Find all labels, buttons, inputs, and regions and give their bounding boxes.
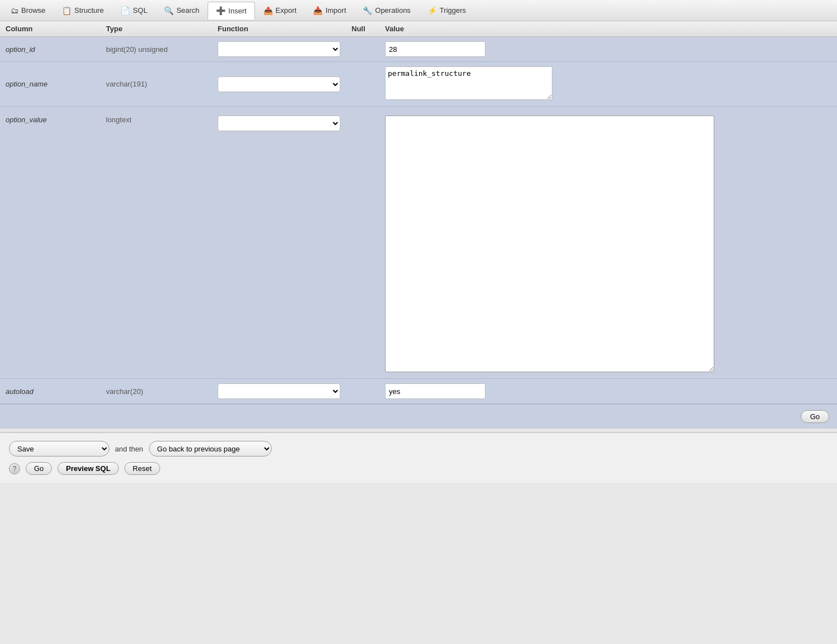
triggers-icon: ⚡ xyxy=(427,6,437,15)
row-option-value: option_value longtext xyxy=(0,107,837,379)
bottom-bar: Save Save and stay Save and add another … xyxy=(0,432,837,483)
structure-icon: 📋 xyxy=(62,6,71,15)
structure-label: Structure xyxy=(74,6,104,15)
tab-structure[interactable]: 📋Structure xyxy=(54,2,112,20)
col-option-name-name: option_name xyxy=(6,80,106,88)
sql-label: SQL xyxy=(133,6,147,15)
table-header: Column Type Function Null Value xyxy=(0,21,837,37)
autoload-function-select[interactable] xyxy=(218,383,340,399)
preview-sql-button[interactable]: Preview SQL xyxy=(57,462,118,475)
bottom-row2: ? Go Preview SQL Reset xyxy=(9,462,828,475)
tab-import[interactable]: 📥Import xyxy=(305,2,354,20)
col-option-value-value xyxy=(385,116,831,374)
option-id-function-select[interactable] xyxy=(218,41,340,57)
search-label: Search xyxy=(176,6,199,15)
col-option-value-function xyxy=(218,116,352,131)
col-header-value: Value xyxy=(385,25,831,33)
save-select[interactable]: Save Save and stay Save and add another xyxy=(9,441,109,456)
col-header-column: Column xyxy=(6,25,106,33)
col-autoload-type: varchar(20) xyxy=(106,387,218,396)
col-option-id-type: bigint(20) unsigned xyxy=(106,45,218,54)
help-icon[interactable]: ? xyxy=(9,463,20,474)
tab-sql[interactable]: 📄SQL xyxy=(112,2,156,20)
and-then-label: and then xyxy=(115,445,143,453)
option-value-function-select[interactable] xyxy=(218,116,340,131)
col-autoload-function xyxy=(218,383,352,399)
option-id-value-input[interactable] xyxy=(385,41,485,57)
sql-icon: 📄 xyxy=(121,6,130,15)
tab-bar: 🗂Browse📋Structure📄SQL🔍Search➕Insert📤Expo… xyxy=(0,0,837,21)
col-autoload-name: autoload xyxy=(6,387,106,396)
bottom-go-button[interactable]: Go xyxy=(26,462,52,475)
col-header-function: Function xyxy=(218,25,352,33)
tab-operations[interactable]: 🔧Operations xyxy=(354,2,419,20)
operations-icon: 🔧 xyxy=(363,6,372,15)
option-name-value-textarea[interactable]: permalink_structure xyxy=(385,66,552,100)
operations-label: Operations xyxy=(375,6,411,15)
col-option-value-name: option_value xyxy=(6,116,106,124)
import-label: Import xyxy=(325,6,346,15)
col-option-name-type: varchar(191) xyxy=(106,80,218,88)
export-label: Export xyxy=(276,6,297,15)
col-option-id-value xyxy=(385,41,831,57)
go-button[interactable]: Go xyxy=(801,410,829,423)
tab-export[interactable]: 📤Export xyxy=(255,2,305,20)
row-autoload: autoload varchar(20) xyxy=(0,379,837,404)
triggers-label: Triggers xyxy=(440,6,466,15)
tab-search[interactable]: 🔍Search xyxy=(156,2,208,20)
main-content: Column Type Function Null Value option_i… xyxy=(0,21,837,429)
col-autoload-value xyxy=(385,383,831,399)
col-option-id-function xyxy=(218,41,352,57)
col-option-id-name: option_id xyxy=(6,45,106,54)
reset-button[interactable]: Reset xyxy=(124,462,160,475)
tab-insert[interactable]: ➕Insert xyxy=(208,2,255,20)
then-select[interactable]: Go back to previous page Stay on the sam… xyxy=(149,441,272,456)
col-header-null: Null xyxy=(352,25,385,33)
tab-browse[interactable]: 🗂Browse xyxy=(2,2,54,20)
col-option-value-type: longtext xyxy=(106,116,218,124)
insert-icon: ➕ xyxy=(216,6,225,15)
col-header-type: Type xyxy=(106,25,218,33)
search-icon: 🔍 xyxy=(164,6,174,15)
row-option-id: option_id bigint(20) unsigned xyxy=(0,37,837,62)
option-value-value-textarea[interactable] xyxy=(385,116,714,372)
export-icon: 📤 xyxy=(263,6,273,15)
bottom-row1: Save Save and stay Save and add another … xyxy=(9,441,828,456)
option-name-function-select[interactable] xyxy=(218,76,340,92)
browse-icon: 🗂 xyxy=(11,6,18,15)
browse-label: Browse xyxy=(21,6,45,15)
tab-triggers[interactable]: ⚡Triggers xyxy=(419,2,474,20)
import-icon: 📥 xyxy=(313,6,323,15)
col-option-name-value: permalink_structure xyxy=(385,66,831,102)
row-option-name: option_name varchar(191) permalink_struc… xyxy=(0,62,837,107)
col-option-name-function xyxy=(218,76,352,92)
go-row: Go xyxy=(0,404,837,429)
insert-label: Insert xyxy=(228,7,247,15)
autoload-value-input[interactable] xyxy=(385,383,485,399)
